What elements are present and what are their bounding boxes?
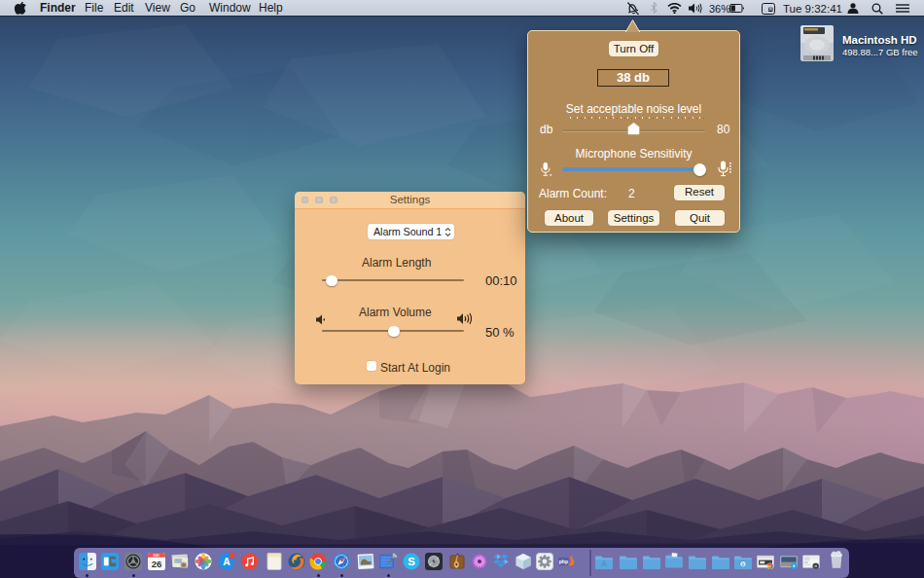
svg-text:A: A — [223, 557, 231, 567]
svg-text:MAY: MAY — [153, 554, 160, 558]
svg-text:26: 26 — [151, 559, 161, 569]
svg-text:S: S — [408, 556, 415, 567]
svg-text:php: php — [558, 559, 567, 564]
svg-text:⌘: ⌘ — [768, 7, 773, 12]
